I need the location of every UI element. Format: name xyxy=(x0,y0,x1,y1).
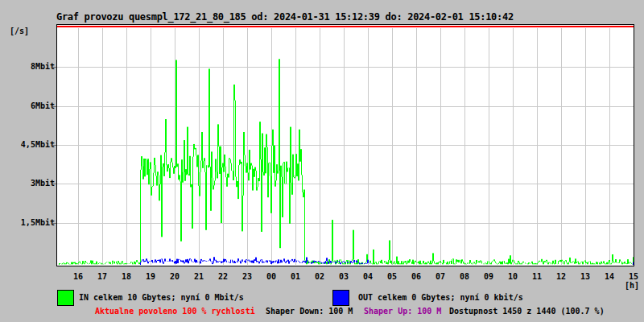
y-tick-label: 8Mbit xyxy=(0,62,55,72)
x-tick-label: 01 xyxy=(291,272,300,282)
footer-availability-text: Dostupnost 1450 z 1440 (100.7 %) xyxy=(449,307,605,316)
x-tick-label: 14 xyxy=(605,272,614,282)
legend-out-label: OUT celkem 0 Gbytes; nyní 0 kbit/s xyxy=(358,293,523,303)
y-tick-label: 6Mbit xyxy=(0,101,55,111)
x-tick-label: 19 xyxy=(146,272,155,282)
x-tick-label: 13 xyxy=(580,272,590,282)
x-tick-label: 23 xyxy=(242,272,252,282)
y-tick-label: 3Mbit xyxy=(0,179,55,188)
footer-shaper-down-text: Shaper Down: 100 M xyxy=(266,307,353,316)
traffic-chart-canvas xyxy=(57,25,634,266)
x-tick-label: 04 xyxy=(363,272,373,282)
y-tick-mark xyxy=(52,184,56,184)
x-tick-label: 05 xyxy=(387,272,397,282)
x-tick-label: 20 xyxy=(170,272,180,282)
graph-title: Graf provozu quesmpl_172_21_80_185 od: 2… xyxy=(56,11,514,23)
x-axis-unit-label: [h] xyxy=(625,281,639,291)
x-tick-label: 12 xyxy=(556,272,566,282)
legend-in-label: IN celkem 10 Gbytes; nyní 0 Mbit/s xyxy=(79,293,244,303)
x-tick-label: 07 xyxy=(436,272,445,282)
y-tick-mark xyxy=(52,106,56,107)
y-tick-mark xyxy=(52,145,56,146)
y-tick-label: 1,5Mbit xyxy=(0,218,55,228)
plot-area xyxy=(56,24,634,266)
x-tick-label: 22 xyxy=(218,272,228,282)
x-tick-label: 02 xyxy=(315,272,324,282)
x-tick-label: 09 xyxy=(484,272,493,282)
x-tick-label: 08 xyxy=(460,272,469,282)
footer-shaper-up-text: Shaper Up: 100 M xyxy=(364,307,441,316)
y-axis-unit-label: [/s] xyxy=(10,27,29,36)
x-tick-label: 06 xyxy=(411,272,421,282)
y-tick-mark xyxy=(52,67,56,68)
x-tick-label: 21 xyxy=(194,272,204,282)
x-tick-label: 18 xyxy=(122,272,131,282)
x-tick-label: 11 xyxy=(532,272,542,282)
x-tick-label: 03 xyxy=(339,272,349,282)
y-tick-label: 4,5Mbit xyxy=(0,140,55,150)
x-tick-label: 16 xyxy=(73,272,83,282)
x-tick-label: 00 xyxy=(266,272,276,282)
legend-in-swatch xyxy=(57,290,74,306)
footer-allowed-text: Aktualne povoleno 100 % rychlosti xyxy=(95,307,255,316)
x-tick-label: 10 xyxy=(508,272,518,282)
x-tick-label: 15 xyxy=(629,272,638,282)
traffic-graph: Graf provozu quesmpl_172_21_80_185 od: 2… xyxy=(0,0,644,322)
x-tick-label: 17 xyxy=(97,272,107,282)
legend-out-swatch xyxy=(332,290,349,306)
y-tick-mark xyxy=(52,223,56,224)
